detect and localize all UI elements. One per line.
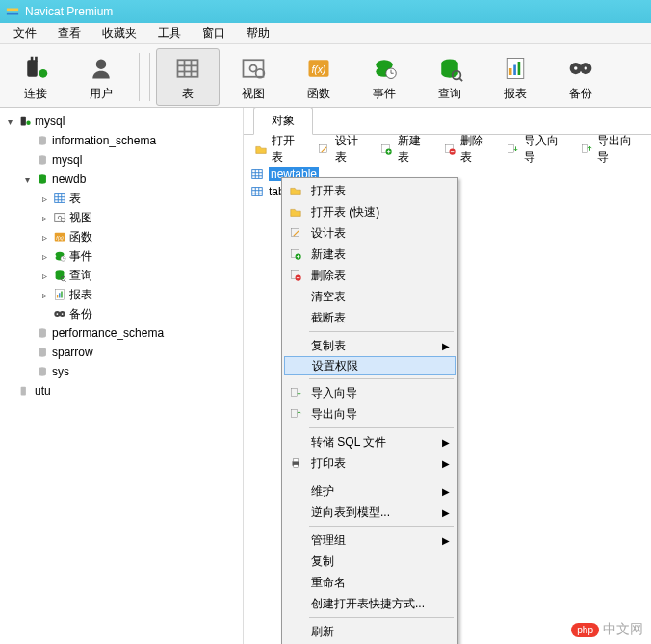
- objtool-label: 新建表: [398, 133, 430, 166]
- toolbar-backup-button[interactable]: 备份: [549, 48, 612, 106]
- context-item[interactable]: 重命名: [284, 572, 456, 593]
- context-item[interactable]: 逆向表到模型...▶: [284, 502, 456, 523]
- tree-item[interactable]: utu: [0, 381, 243, 400]
- blank-icon: [286, 622, 305, 641]
- menu-window[interactable]: 窗口: [193, 23, 235, 43]
- tab-objects[interactable]: 对象: [253, 107, 313, 135]
- blank-icon: [286, 552, 305, 571]
- context-item[interactable]: 打印表▶: [284, 452, 456, 474]
- toolbar-function-button[interactable]: f(x)函数: [287, 48, 351, 106]
- context-item[interactable]: 截断表: [284, 307, 456, 328]
- context-item[interactable]: 删除表: [284, 265, 456, 286]
- objtool-import-button[interactable]: 导入向导: [501, 131, 571, 167]
- tree-label: performance_schema: [52, 326, 164, 340]
- table-icon: [249, 184, 265, 199]
- context-item[interactable]: 复制表▶: [284, 335, 456, 356]
- tree-item[interactable]: sys: [0, 362, 243, 381]
- tree-label: newdb: [52, 172, 86, 186]
- context-item[interactable]: 维护▶: [284, 480, 456, 502]
- toolbar-label: 查询: [438, 86, 461, 102]
- open-icon: [253, 142, 268, 157]
- svg-rect-77: [582, 145, 587, 153]
- blank-icon: [287, 356, 306, 375]
- tree-twisty[interactable]: ▹: [39, 251, 50, 262]
- tree-item[interactable]: ▹表: [0, 189, 243, 208]
- tree-item[interactable]: ▹f(x)函数: [0, 227, 243, 246]
- objtool-export-button[interactable]: 导出向导: [575, 131, 645, 167]
- db-icon: [35, 133, 50, 148]
- tree-item[interactable]: 备份: [0, 304, 243, 323]
- svg-rect-1: [7, 13, 18, 15]
- user-icon: [86, 53, 117, 84]
- svg-rect-26: [509, 68, 512, 75]
- objtool-new-button[interactable]: 新建表: [376, 131, 434, 167]
- context-item[interactable]: 复制: [284, 551, 456, 572]
- context-label: 复制: [305, 554, 438, 570]
- context-item[interactable]: 转储 SQL 文件▶: [284, 431, 456, 452]
- tree-item[interactable]: ▹报表: [0, 285, 243, 304]
- svg-rect-88: [292, 229, 299, 237]
- context-item[interactable]: 打开表 (快速): [284, 201, 456, 222]
- tree-twisty[interactable]: ▾: [21, 174, 33, 185]
- context-menu[interactable]: 打开表打开表 (快速)设计表新建表删除表清空表截断表复制表▶设置权限导入向导导出…: [281, 177, 458, 644]
- tree-twisty[interactable]: ▹: [39, 290, 50, 300]
- tree-label: 函数: [69, 229, 92, 245]
- context-item[interactable]: 新建表: [284, 244, 456, 265]
- toolbar-event-button[interactable]: 事件: [352, 48, 416, 106]
- svg-rect-3: [31, 56, 34, 61]
- tree-twisty[interactable]: ▹: [39, 193, 50, 204]
- svg-rect-78: [252, 170, 263, 179]
- context-item[interactable]: 创建打开表快捷方式...: [284, 593, 456, 614]
- toolbar-query-button[interactable]: 查询: [418, 48, 482, 106]
- tree-item[interactable]: sparrow: [0, 343, 243, 362]
- toolbar-table-button[interactable]: 表: [156, 48, 220, 106]
- tree-twisty[interactable]: ▹: [39, 213, 50, 223]
- context-item[interactable]: 打开表: [284, 180, 456, 201]
- toolbar-view-button[interactable]: 视图: [221, 48, 285, 106]
- context-item[interactable]: 设计表: [284, 222, 456, 244]
- blank-icon: [286, 481, 305, 501]
- toolbar-connect-button[interactable]: 连接: [4, 48, 67, 106]
- tree-item[interactable]: ▾mysql: [0, 112, 243, 131]
- context-item[interactable]: 导出向导: [284, 403, 456, 425]
- tree-item[interactable]: ▹查询: [0, 266, 243, 285]
- table-icon: [172, 53, 203, 84]
- objtool-delete-button[interactable]: 删除表: [438, 131, 497, 167]
- tape-icon: [52, 306, 67, 322]
- context-item[interactable]: 刷新: [284, 621, 456, 642]
- tree-twisty[interactable]: ▹: [39, 232, 50, 243]
- sidebar-tree[interactable]: ▾mysqlinformation_schemamysql▾newdb▹表▹视图…: [0, 108, 244, 644]
- tree-item[interactable]: performance_schema: [0, 323, 243, 343]
- tree-item[interactable]: mysql: [0, 150, 243, 169]
- svg-rect-33: [21, 117, 26, 126]
- context-separator: [309, 477, 454, 477]
- tree-item[interactable]: information_schema: [0, 131, 243, 150]
- objtool-open-button[interactable]: 打开表: [249, 131, 308, 167]
- context-item[interactable]: 设置权限: [284, 356, 456, 375]
- menu-file[interactable]: 文件: [4, 23, 46, 43]
- menu-help[interactable]: 帮助: [237, 23, 279, 43]
- toolbar-user-button[interactable]: 用户: [69, 48, 133, 106]
- submenu-arrow-icon: ▶: [442, 535, 450, 546]
- menu-tools[interactable]: 工具: [148, 23, 191, 43]
- context-label: 刷新: [305, 624, 438, 640]
- menu-favorites[interactable]: 收藏夹: [92, 23, 146, 43]
- submenu-arrow-icon: ▶: [442, 486, 450, 497]
- tree-item[interactable]: ▹事件: [0, 246, 243, 266]
- report-icon: [52, 287, 67, 302]
- context-item[interactable]: 管理组▶: [284, 529, 456, 551]
- context-label: 截断表: [305, 310, 438, 326]
- tree-item[interactable]: ▾newdb: [0, 169, 243, 189]
- clock-icon: [52, 248, 67, 264]
- tree-item[interactable]: ▹视图: [0, 208, 243, 227]
- toolbar-report-button[interactable]: 报表: [483, 48, 547, 106]
- context-item[interactable]: 导入向导: [284, 382, 456, 403]
- context-item[interactable]: 清空表: [284, 286, 456, 307]
- context-label: 管理组: [305, 532, 438, 549]
- tree-twisty[interactable]: ▹: [39, 270, 50, 281]
- svg-rect-4: [35, 56, 38, 61]
- menu-view[interactable]: 查看: [48, 23, 91, 43]
- title-bar: Navicat Premium: [0, 0, 651, 23]
- tree-twisty[interactable]: ▾: [4, 116, 15, 127]
- objtool-design-button[interactable]: 设计表: [312, 131, 371, 167]
